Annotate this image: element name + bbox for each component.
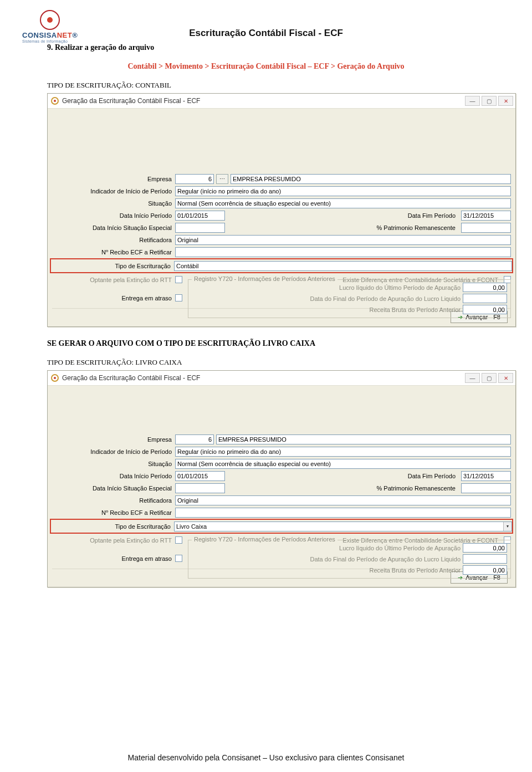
minimize-button[interactable]: — xyxy=(465,96,480,106)
maximize-button[interactable]: ▢ xyxy=(482,96,497,106)
data-final-ap-input[interactable] xyxy=(463,554,507,564)
app-icon xyxy=(51,374,59,382)
optante-checkbox[interactable] xyxy=(175,276,182,283)
pct-patr-input[interactable] xyxy=(461,483,511,493)
logo: CONSISANET® Sistemas de Informação xyxy=(22,10,78,43)
receita-bruta-input[interactable] xyxy=(463,305,507,314)
empresa-nome-input[interactable] xyxy=(231,174,511,184)
label-empresa: Empresa xyxy=(52,176,175,182)
label-data-fim: Data Fim Período xyxy=(366,473,459,479)
label-data-fim: Data Fim Período xyxy=(366,212,459,219)
label-data-final-ap: Data do Final do Período de Apuração do … xyxy=(310,295,461,302)
logo-circle-icon xyxy=(40,10,60,30)
label-data-sit: Data Início Situação Especial xyxy=(52,224,175,231)
empresa-cod-input[interactable] xyxy=(175,434,214,444)
data-inicio-input[interactable] xyxy=(175,471,225,481)
label-lucro-liq: Lucro líquido do Último Período de Apura… xyxy=(339,545,461,551)
receita-bruta-input[interactable] xyxy=(463,565,507,575)
data-sit-input[interactable] xyxy=(175,223,225,233)
close-button[interactable]: ✕ xyxy=(498,96,513,106)
tipo-escrituracao-line-1: TIPO DE ESCRITURAÇÃO: CONTABIL xyxy=(47,81,502,90)
num-recibo-input[interactable] xyxy=(175,247,511,257)
logo-subtitle: Sistemas de Informação xyxy=(22,39,78,43)
empresa-cod-input[interactable] xyxy=(175,174,214,184)
window-title: Geração da Escrituração Contábil Fiscal … xyxy=(62,374,465,382)
maximize-button[interactable]: ▢ xyxy=(482,373,497,383)
indicador-input[interactable] xyxy=(175,186,511,196)
label-data-sit: Data Início Situação Especial xyxy=(52,485,175,492)
window-titlebar: Geração da Escrituração Contábil Fiscal … xyxy=(48,371,515,386)
data-sit-input[interactable] xyxy=(175,483,225,493)
label-situacao: Situação xyxy=(52,461,175,467)
situacao-input[interactable] xyxy=(175,459,511,469)
label-optante: Optante pela Extinção do RTT xyxy=(52,277,175,283)
window-titlebar: Geração da Escrituração Contábil Fiscal … xyxy=(48,94,515,109)
window-ecf-2: Geração da Escrituração Contábil Fiscal … xyxy=(47,370,516,587)
label-retificadora: Retificadora xyxy=(52,237,175,243)
label-receita-bruta: Receita Bruta do Período Anterior xyxy=(370,567,461,574)
label-entrega: Entrega em atraso xyxy=(52,295,175,301)
app-icon xyxy=(51,97,59,105)
data-fim-input[interactable] xyxy=(461,211,511,221)
label-num-recibo: Nº Recibo ECF a Retificar xyxy=(52,509,175,516)
label-optante: Optante pela Extinção do RTT xyxy=(52,537,175,544)
entrega-checkbox[interactable] xyxy=(175,294,182,301)
lucro-liq-input[interactable] xyxy=(463,283,507,292)
label-indicador: Indicador de Início de Período xyxy=(52,188,175,195)
data-fim-input[interactable] xyxy=(461,471,511,481)
tipo-escrituracao-line-2: TIPO DE ESCRITURAÇÃO: LIVRO CAIXA xyxy=(47,358,502,367)
chevron-down-icon[interactable]: ▾ xyxy=(503,522,511,531)
data-final-ap-input[interactable] xyxy=(463,294,507,303)
tipo-esc-input[interactable] xyxy=(174,261,512,271)
label-data-final-ap: Data do Final do Período de Apuração do … xyxy=(310,556,461,563)
group-y720-title: Registro Y720 - Informações de Períodos … xyxy=(192,275,337,282)
optante-checkbox[interactable] xyxy=(175,536,182,544)
page-title: Escrituração Contábil Fiscal - ECF xyxy=(30,28,502,39)
label-tipo-esc: Tipo de Escrituração xyxy=(51,263,174,269)
empresa-lookup-button[interactable]: ⋯ xyxy=(216,174,228,184)
label-lucro-liq: Lucro líquido do Último Período de Apura… xyxy=(339,284,461,291)
label-pct-patr: % Patrimonio Remanescente xyxy=(366,485,459,492)
label-receita-bruta: Receita Bruta do Período Anterior xyxy=(370,306,461,313)
tipo-esc-select[interactable] xyxy=(174,522,512,531)
label-indicador: Indicador de Início de Período xyxy=(52,448,175,455)
page-footer: Material desenvolvido pela Consisanet – … xyxy=(0,753,532,762)
entrega-checkbox[interactable] xyxy=(175,555,182,562)
section-heading: 9. Realizar a geração do arquivo xyxy=(47,43,502,52)
breadcrumb: Contábil > Movimento > Escrituração Cont… xyxy=(30,62,502,71)
close-button[interactable]: ✕ xyxy=(498,373,513,383)
label-data-inicio: Data Início Período xyxy=(52,473,175,479)
highlighted-tipo-row: Tipo de Escrituração ▾ xyxy=(50,519,513,534)
indicador-input[interactable] xyxy=(175,447,511,457)
label-num-recibo: Nº Recibo ECF a Retificar xyxy=(52,249,175,255)
empresa-nome-input[interactable] xyxy=(216,434,511,444)
label-entrega: Entrega em atraso xyxy=(52,555,175,562)
heading-livro-caixa: SE GERAR O ARQUIVO COM O TIPO DE ESCRITU… xyxy=(47,339,502,348)
label-situacao: Situação xyxy=(52,200,175,207)
window-ecf-1: Geração da Escrituração Contábil Fiscal … xyxy=(47,93,516,327)
lucro-liq-input[interactable] xyxy=(463,543,507,553)
pct-patr-input[interactable] xyxy=(461,223,511,233)
minimize-button[interactable]: — xyxy=(465,373,480,383)
data-inicio-input[interactable] xyxy=(175,211,225,221)
situacao-input[interactable] xyxy=(175,198,511,208)
label-pct-patr: % Patrimonio Remanescente xyxy=(366,224,459,231)
retificadora-input[interactable] xyxy=(175,235,511,245)
label-tipo-esc: Tipo de Escrituração xyxy=(51,523,174,530)
label-retificadora: Retificadora xyxy=(52,497,175,504)
logo-text: CONSISANET® xyxy=(22,31,78,39)
num-recibo-input[interactable] xyxy=(175,508,511,518)
retificadora-input[interactable] xyxy=(175,495,511,505)
highlighted-tipo-row: Tipo de Escrituração xyxy=(50,258,513,273)
label-empresa: Empresa xyxy=(52,436,175,443)
window-title: Geração da Escrituração Contábil Fiscal … xyxy=(62,97,465,105)
group-y720-title: Registro Y720 - Informações de Períodos … xyxy=(192,536,337,543)
label-data-inicio: Data Início Período xyxy=(52,212,175,219)
